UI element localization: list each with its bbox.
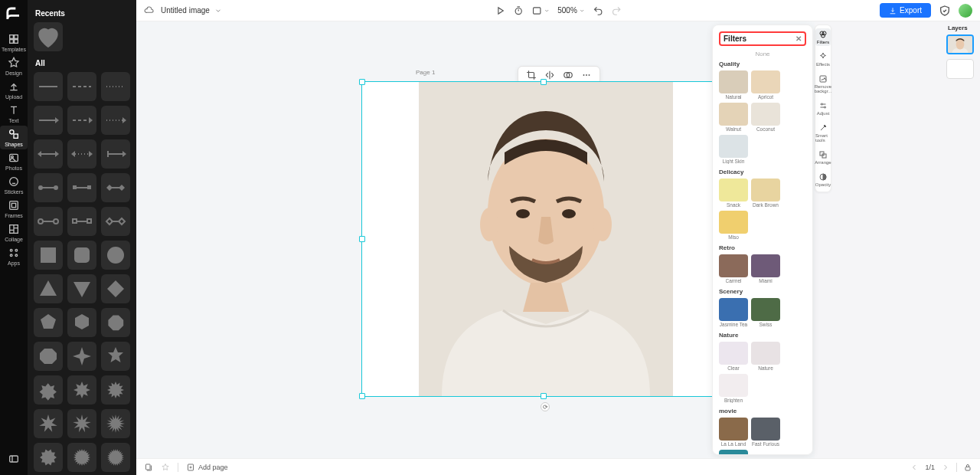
filter-fast-furious[interactable]: Fast Furious: [751, 418, 780, 447]
app-logo[interactable]: [3, 3, 24, 25]
timer-icon[interactable]: [513, 5, 524, 16]
shape-35[interactable]: [101, 443, 130, 472]
pages-icon[interactable]: [144, 463, 153, 472]
shape-30[interactable]: [34, 409, 63, 438]
undo-icon[interactable]: [593, 5, 603, 16]
filter-light-skin[interactable]: Light Skin: [719, 135, 748, 164]
shape-27[interactable]: [34, 375, 63, 405]
handle-tl[interactable]: [359, 79, 365, 85]
filter-snack[interactable]: Snack: [719, 179, 748, 208]
tool-opacity[interactable]: Opacity: [815, 171, 831, 188]
shape-29[interactable]: [101, 375, 130, 405]
filter-green-oran-[interactable]: Green oran...: [719, 450, 748, 455]
filter-jasmine-tea[interactable]: Jasmine Tea: [719, 298, 748, 327]
shape-0[interactable]: [34, 72, 63, 101]
lock-icon[interactable]: [963, 463, 972, 472]
tool-smart-tools[interactable]: Smart tools: [815, 122, 831, 144]
rail-frames[interactable]: Frames: [0, 197, 28, 221]
filter-natural[interactable]: Natural: [719, 70, 748, 100]
shape-19[interactable]: [67, 274, 96, 303]
more-icon[interactable]: [581, 70, 592, 80]
shape-33[interactable]: [34, 443, 63, 472]
shape-31[interactable]: [67, 409, 96, 438]
rail-text[interactable]: Text: [0, 102, 28, 126]
filter-miso[interactable]: Miso: [719, 211, 748, 240]
export-button[interactable]: Export: [880, 3, 931, 18]
filter-la-la-land[interactable]: La La Land: [719, 418, 748, 447]
shape-25[interactable]: [67, 342, 96, 371]
tool-adjust[interactable]: Adjust: [815, 100, 831, 117]
handle-ml[interactable]: [359, 236, 365, 242]
rail-shapes[interactable]: Shapes: [0, 126, 28, 149]
rail-templates[interactable]: Templates: [0, 31, 28, 54]
shape-21[interactable]: [34, 308, 63, 337]
shape-11[interactable]: [101, 173, 130, 202]
close-icon[interactable]: ✕: [795, 34, 802, 43]
layer-thumb-1[interactable]: [946, 34, 974, 54]
shape-7[interactable]: [67, 139, 96, 169]
handle-bl[interactable]: [359, 393, 365, 399]
rail-collage[interactable]: Collage: [0, 221, 28, 244]
shape-17[interactable]: [101, 241, 130, 270]
star-icon[interactable]: [161, 463, 170, 472]
filter-clear[interactable]: Clear: [719, 342, 748, 371]
user-avatar[interactable]: [959, 4, 972, 18]
shape-5[interactable]: [101, 106, 130, 135]
recent-shape-heart[interactable]: [34, 22, 63, 51]
shield-icon[interactable]: [939, 5, 951, 17]
shape-20[interactable]: [101, 274, 130, 303]
cloud-icon[interactable]: [144, 5, 155, 16]
rail-design[interactable]: Design: [0, 54, 28, 78]
zoom-dropdown[interactable]: 500%: [557, 6, 585, 15]
shape-2[interactable]: [101, 72, 130, 101]
shape-12[interactable]: [34, 207, 63, 236]
shape-15[interactable]: [34, 241, 63, 270]
shape-14[interactable]: [101, 207, 130, 236]
add-page-button[interactable]: Add page: [186, 463, 228, 472]
filter-swiss[interactable]: Swiss: [751, 298, 780, 327]
shape-10[interactable]: [67, 173, 96, 202]
filter-carmel[interactable]: Carmel: [719, 254, 748, 283]
rail-upload[interactable]: Upload: [0, 78, 28, 102]
fit-dropdown[interactable]: [531, 5, 550, 16]
rail-collapse[interactable]: [0, 450, 28, 467]
redo-icon[interactable]: [611, 5, 622, 16]
shape-1[interactable]: [67, 72, 96, 101]
layer-thumb-blank[interactable]: [946, 59, 974, 79]
shape-22[interactable]: [67, 308, 96, 337]
filter-walnut[interactable]: Walnut: [719, 103, 748, 132]
filter-apricot[interactable]: Apricot: [751, 70, 780, 100]
tool-arrange[interactable]: Arrange: [815, 149, 831, 166]
rotate-handle[interactable]: ⟳: [541, 402, 550, 411]
mask-icon[interactable]: [563, 70, 573, 80]
handle-tm[interactable]: [541, 79, 547, 85]
image-selection[interactable]: ⟳: [361, 81, 729, 397]
shape-6[interactable]: [34, 139, 63, 169]
shape-24[interactable]: [34, 342, 63, 371]
shape-4[interactable]: [67, 106, 96, 135]
shape-8[interactable]: [101, 139, 130, 169]
shape-16[interactable]: [67, 241, 96, 270]
filter-none[interactable]: None: [719, 51, 806, 57]
filter-coconut[interactable]: Coconut: [751, 103, 780, 132]
tool-effects[interactable]: Effects: [815, 51, 831, 68]
tool-filters[interactable]: Filters: [815, 28, 831, 46]
tool-remove-bg[interactable]: Remove backgr...: [815, 73, 831, 95]
shape-32[interactable]: [101, 409, 130, 438]
shape-13[interactable]: [67, 207, 96, 236]
rail-apps[interactable]: Apps: [0, 244, 28, 268]
filter-dark-brown[interactable]: Dark Brown: [751, 179, 780, 208]
shape-34[interactable]: [67, 443, 96, 472]
next-page-icon[interactable]: [941, 463, 950, 472]
play-icon[interactable]: [495, 5, 505, 16]
shape-3[interactable]: [34, 106, 63, 135]
prev-page-icon[interactable]: [910, 463, 919, 472]
shape-26[interactable]: [101, 342, 130, 371]
crop-icon[interactable]: [526, 70, 537, 80]
filter-miami[interactable]: Miami: [751, 254, 780, 283]
shape-28[interactable]: [67, 375, 96, 405]
rail-stickers[interactable]: Stickers: [0, 173, 28, 197]
shape-18[interactable]: [34, 274, 63, 303]
filter-nature[interactable]: Nature: [751, 342, 780, 371]
filter-brighten[interactable]: Brighten: [719, 374, 748, 403]
